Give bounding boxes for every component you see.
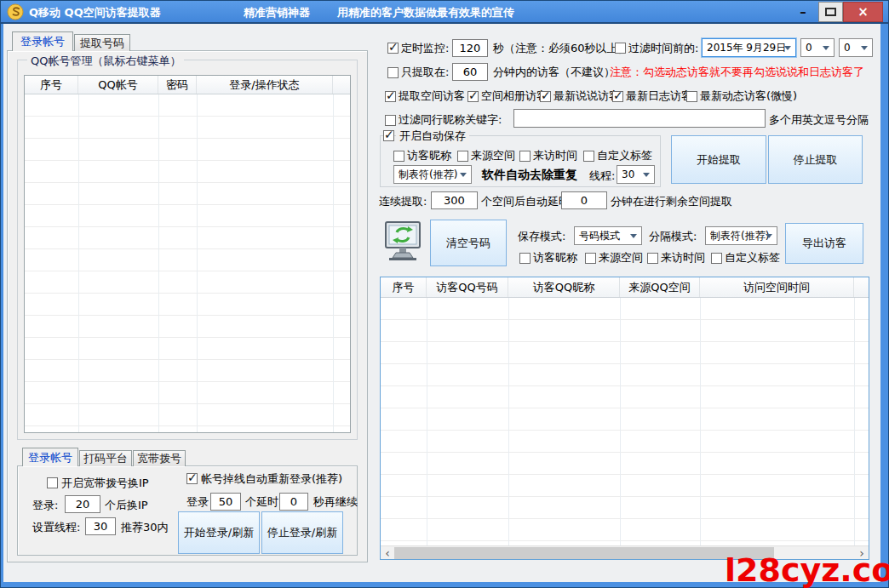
col-index[interactable]: 序号: [25, 76, 78, 94]
filter-before-checkbox[interactable]: [615, 43, 626, 54]
relogin-delay-input[interactable]: [279, 493, 308, 511]
chevron-down-icon: [460, 173, 467, 177]
timer-monitor-label: 定时监控:: [401, 42, 449, 55]
autosave-option-sourcespace-label: 来源空间: [471, 149, 515, 163]
export-option-visittime-checkbox[interactable]: [647, 253, 658, 264]
chevron-down-icon: [784, 46, 791, 50]
col-password[interactable]: 密码: [158, 76, 197, 94]
vcol-extra: [854, 277, 869, 297]
tab-extract-numbers[interactable]: 提取号码: [74, 34, 130, 51]
tab-label: 登录帐号: [28, 450, 72, 465]
save-mode-label: 保存模式:: [518, 230, 565, 243]
filter-hour-select[interactable]: 0: [800, 38, 835, 57]
start-extract-button[interactable]: 开始提取: [671, 135, 766, 184]
thread-count-select[interactable]: 30: [617, 165, 655, 184]
app-icon: [7, 3, 24, 23]
sep-mode-select[interactable]: 制表符(推荐): [705, 226, 777, 245]
auto-relogin-checkbox[interactable]: [186, 473, 198, 484]
col-qq[interactable]: QQ帐号: [78, 76, 158, 94]
source-checkbox-feeds[interactable]: [686, 91, 697, 102]
timer-seconds-input[interactable]: [452, 39, 488, 57]
autosave-option-customtag-checkbox[interactable]: [583, 151, 594, 162]
warning-text: 注意：勾选动态访客就不要再勾选说说和日志访客了: [610, 66, 864, 79]
autosave-checkbox[interactable]: [383, 130, 394, 141]
grid-line: [78, 94, 79, 432]
relogin-count-input[interactable]: [210, 493, 241, 511]
login-count-suffix: 个后换IP: [105, 499, 148, 512]
filter-before-label: 过滤时间前的:: [628, 42, 698, 55]
source-label-album: 空间相册访客: [481, 89, 548, 103]
autosave-option-visittime-checkbox[interactable]: [519, 151, 531, 162]
relogin-prefix: 登录: [186, 495, 209, 509]
vcol-qq[interactable]: 访客QQ号码: [427, 277, 508, 297]
stop-extract-button[interactable]: 停止提取: [768, 135, 863, 184]
broadband-ip-checkbox[interactable]: [47, 477, 58, 488]
export-option-nickname-label: 访客昵称: [533, 251, 577, 265]
window-border-right: [880, 24, 889, 588]
scroll-left-icon[interactable]: ‹: [381, 546, 394, 560]
col-status[interactable]: 登录/操作状态: [197, 76, 333, 94]
keyword-filter-checkbox[interactable]: [385, 115, 396, 126]
chevron-down-icon: [766, 234, 772, 238]
vcol-time[interactable]: 访问空间时间: [700, 277, 854, 297]
source-label-feeds: 最新动态访客(微慢): [700, 89, 797, 103]
minimize-button[interactable]: –: [790, 2, 816, 22]
continuous-label: 连续提取:: [379, 195, 427, 208]
filter-minute-select[interactable]: 0: [839, 38, 873, 57]
autosave-option-nickname-checkbox[interactable]: [393, 151, 404, 162]
source-checkbox-space[interactable]: [385, 91, 396, 102]
source-checkbox-album[interactable]: [467, 91, 479, 102]
promo-text-2: 用精准的客户数据做最有效果的宣传: [337, 5, 514, 20]
export-option-nickname-checkbox[interactable]: [519, 253, 531, 264]
vcol-source[interactable]: 来源QQ空间: [620, 277, 700, 297]
keyword-filter-label: 过滤同行昵称关键字:: [399, 113, 502, 127]
window-border-left: [0, 24, 3, 588]
tab-captcha-platform[interactable]: 打码平台: [79, 450, 132, 466]
broadband-ip-label: 开启宽带拨号换IP: [61, 477, 149, 490]
thread-setting-input[interactable]: [85, 517, 116, 535]
recent-only-label: 只提取在:: [401, 66, 449, 79]
clear-numbers-button[interactable]: 清空号码: [430, 220, 507, 266]
vcol-nickname[interactable]: 访客QQ昵称: [508, 277, 620, 297]
stop-login-button[interactable]: 停止登录/刷新: [261, 511, 343, 554]
start-login-button[interactable]: 开始登录/刷新: [178, 511, 260, 554]
recent-only-checkbox[interactable]: [387, 67, 399, 78]
tab-broadband-dial[interactable]: 宽带拨号: [133, 450, 186, 466]
keyword-filter-input[interactable]: [513, 109, 766, 128]
chevron-down-icon: [643, 173, 650, 177]
col-extra: [333, 76, 350, 94]
tab-login-settings[interactable]: 登录帐号: [22, 448, 78, 466]
close-button[interactable]: ×: [843, 2, 883, 22]
maximize-button[interactable]: [818, 2, 843, 22]
promo-text-1: 精准营销神器: [244, 5, 310, 20]
export-option-sourcespace-checkbox[interactable]: [585, 253, 596, 264]
source-checkbox-blog[interactable]: [612, 91, 623, 102]
vcol-index[interactable]: 序号: [381, 277, 427, 297]
sep-mode-label: 分隔模式:: [649, 230, 697, 243]
visitor-table: 序号 访客QQ号码 访客QQ昵称 来源QQ空间 访问空间时间 ‹ ›: [380, 277, 869, 560]
export-option-customtag-checkbox[interactable]: [711, 253, 722, 264]
button-label: 开始登录/刷新: [184, 525, 254, 540]
save-mode-value: 号码模式: [579, 229, 620, 243]
recent-only-suffix: 分钟内的访客（不建议）: [493, 66, 615, 79]
tab-login-accounts[interactable]: 登录帐号: [12, 31, 73, 51]
continuous-delay-input[interactable]: [561, 191, 607, 209]
login-count-input[interactable]: [65, 495, 100, 513]
save-mode-select[interactable]: 号码模式: [574, 226, 642, 245]
autosave-option-sourcespace-checkbox[interactable]: [457, 151, 468, 162]
autosave-separator-select[interactable]: 制表符(推荐): [393, 165, 472, 184]
timer-monitor-checkbox[interactable]: [387, 43, 399, 54]
source-label-blog: 最新日志访客: [626, 89, 692, 103]
login-count-label: 登录:: [32, 499, 58, 512]
source-checkbox-shuoshuo[interactable]: [540, 91, 551, 102]
filter-date-select[interactable]: 2015年 9月29日: [702, 38, 796, 57]
scrollbar-thumb[interactable]: [394, 547, 774, 559]
account-table-header: 序号 QQ帐号 密码 登录/操作状态: [25, 76, 350, 94]
recent-minutes-input[interactable]: [452, 63, 488, 81]
button-label: 清空号码: [446, 236, 490, 251]
minimize-icon: –: [800, 4, 806, 20]
relogin-suffix: 秒再继续: [313, 495, 358, 509]
export-visitors-button[interactable]: 导出访客: [785, 223, 863, 264]
continuous-count-input[interactable]: [431, 191, 478, 209]
autosave-option-visittime-label: 来访时间: [533, 149, 577, 163]
